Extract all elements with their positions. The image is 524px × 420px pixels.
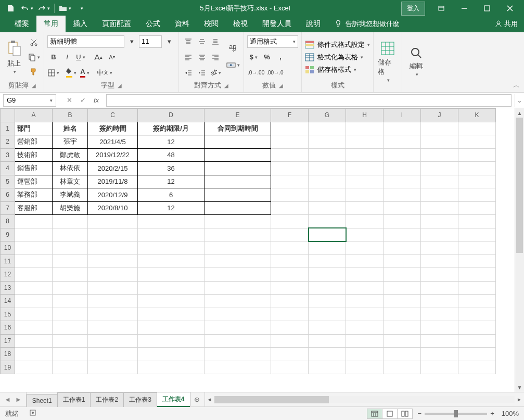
cell-C6[interactable]: 2020/12/9 [88,188,138,202]
cell-K2[interactable] [458,135,496,149]
cell-D3[interactable]: 48 [138,148,205,162]
row-header-9[interactable]: 9 [1,228,15,241]
cell-E4[interactable] [205,162,271,175]
cell-G3[interactable] [309,148,346,162]
cell-J6[interactable] [421,188,458,202]
save-button[interactable] [3,1,18,16]
cell-B3[interactable]: 鄭虎敢 [53,148,88,162]
cell-F9[interactable] [271,228,309,241]
cell-C15[interactable] [88,308,138,321]
cell-I8[interactable] [384,215,421,228]
zoom-in-button[interactable]: + [490,410,494,417]
row-header-19[interactable]: 19 [1,361,15,374]
cell-G8[interactable] [309,215,346,228]
alignment-launcher[interactable]: ◢ [224,83,228,88]
cell-H15[interactable] [346,308,384,321]
cell-styles-button[interactable]: 儲存格樣式▾ [305,65,370,74]
font-launcher[interactable]: ◢ [118,83,122,88]
cell-A10[interactable] [15,241,53,255]
name-box[interactable]: G9▾ [3,94,56,107]
cell-D12[interactable] [138,268,205,282]
cell-H17[interactable] [346,334,384,348]
align-middle-button[interactable] [196,35,208,48]
cell-I17[interactable] [384,334,421,348]
cell-J7[interactable] [421,201,458,215]
row-header-14[interactable]: 14 [1,295,15,308]
zoom-level[interactable]: 100% [502,410,519,417]
cell-B17[interactable] [53,334,88,348]
borders-button[interactable]: ▾ [47,67,60,79]
sheet-tab-4[interactable]: 工作表4 [157,392,190,407]
cell-E14[interactable] [205,295,271,308]
cell-G19[interactable] [309,361,346,374]
cell-H19[interactable] [346,361,384,374]
cell-C3[interactable]: 2019/12/22 [88,148,138,162]
cell-G6[interactable] [309,188,346,202]
align-bottom-button[interactable] [209,35,222,48]
cell-D1[interactable]: 簽約期限/月 [138,122,205,135]
cell-C16[interactable] [88,321,138,335]
cell-B11[interactable] [53,254,88,268]
cell-F5[interactable] [271,175,309,188]
increase-decimal-button[interactable]: .0→.00 [247,67,265,79]
cell-D14[interactable] [138,295,205,308]
cell-C8[interactable] [88,215,138,228]
cell-I19[interactable] [384,361,421,374]
decrease-decimal-button[interactable]: .00→.0 [266,67,284,79]
cancel-formula-button[interactable]: ✕ [63,96,75,104]
cell-G12[interactable] [309,268,346,282]
cell-F6[interactable] [271,188,309,202]
cell-E16[interactable] [205,321,271,335]
cell-G2[interactable] [309,135,346,149]
cell-C10[interactable] [88,241,138,255]
col-header-A[interactable]: A [15,109,53,122]
row-header-15[interactable]: 15 [1,308,15,321]
cell-C7[interactable]: 2020/8/10 [88,201,138,215]
row-header-7[interactable]: 7 [1,201,15,215]
share-button[interactable]: 共用 [489,16,524,32]
cell-C1[interactable]: 簽約時間 [88,122,138,135]
cell-I4[interactable] [384,162,421,175]
cell-F10[interactable] [271,241,309,255]
cell-J15[interactable] [421,308,458,321]
grid[interactable]: ABCDEFGHIJK1部門姓名簽約時間簽約期限/月合同到期時間2營銷部張宇20… [0,108,515,392]
phonetic-button[interactable]: 中文▾ [96,67,113,79]
orientation-button[interactable]: ab▾ [209,67,222,79]
cell-H14[interactable] [346,295,384,308]
row-header-8[interactable]: 8 [1,215,15,228]
cell-D17[interactable] [138,334,205,348]
font-color-button[interactable]: A▾ [79,67,91,79]
minimize-button[interactable] [453,1,475,16]
normal-view-button[interactable] [367,409,382,419]
cell-I12[interactable] [384,268,421,282]
row-header-1[interactable]: 1 [1,122,15,135]
cell-I2[interactable] [384,135,421,149]
tab-formulas[interactable]: 公式 [138,16,168,32]
zoom-out-button[interactable]: − [418,410,422,417]
cell-G4[interactable] [309,162,346,175]
cell-D4[interactable]: 36 [138,162,205,175]
cell-A5[interactable]: 運營部 [15,175,53,188]
cell-J11[interactable] [421,254,458,268]
sheet-tab-1[interactable]: 工作表1 [57,392,91,407]
cell-F18[interactable] [271,348,309,361]
cell-B2[interactable]: 張宇 [53,135,88,149]
cell-G14[interactable] [309,295,346,308]
cell-D18[interactable] [138,348,205,361]
cell-C14[interactable] [88,295,138,308]
cell-I10[interactable] [384,241,421,255]
cell-H9[interactable] [346,228,384,241]
cell-J12[interactable] [421,268,458,282]
conditional-formatting-button[interactable]: 條件式格式設定▾ [305,40,370,49]
row-header-4[interactable]: 4 [1,162,15,175]
tab-file[interactable]: 檔案 [7,16,36,32]
cell-B6[interactable]: 李斌義 [53,188,88,202]
qat-customize[interactable]: ▾ [74,1,89,16]
cell-I3[interactable] [384,148,421,162]
cell-H1[interactable] [346,122,384,135]
col-header-D[interactable]: D [138,109,205,122]
cell-F13[interactable] [271,281,309,295]
cell-B16[interactable] [53,321,88,335]
cell-G7[interactable] [309,201,346,215]
cell-G13[interactable] [309,281,346,295]
